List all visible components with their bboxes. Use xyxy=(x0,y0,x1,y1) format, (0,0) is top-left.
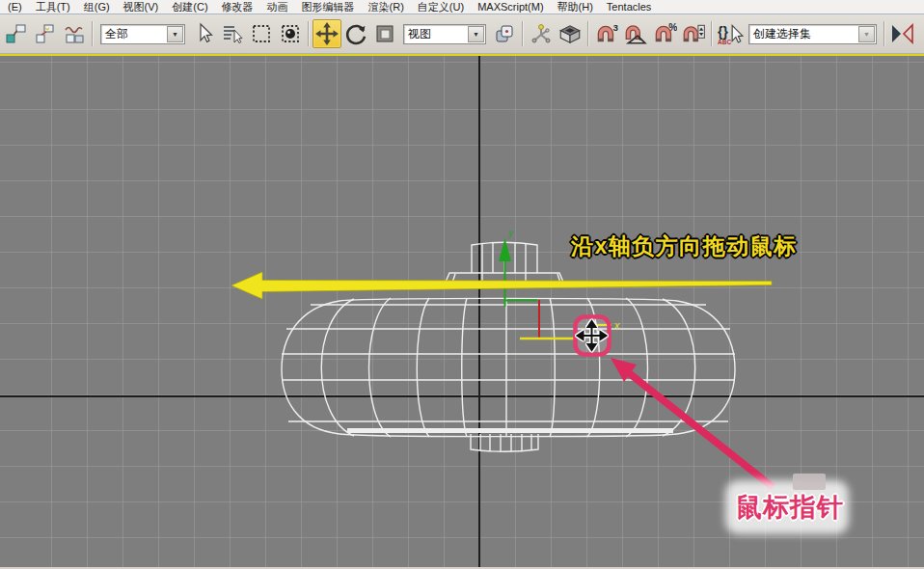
named-selection-sets-icon: {} ABC xyxy=(717,21,744,46)
menu-item-views[interactable]: 视图(V) xyxy=(117,0,166,14)
menu-item-group[interactable]: 组(G) xyxy=(77,0,117,14)
menu-item-modifiers[interactable]: 修改器 xyxy=(215,0,260,14)
named-selection-sets-button[interactable]: {} ABC xyxy=(716,19,745,48)
chevron-down-icon[interactable]: ▼ xyxy=(858,26,875,42)
selection-filter-value: 全部 xyxy=(101,26,167,42)
main-toolbar: 全部 ▼ xyxy=(0,14,924,54)
menu-item-help[interactable]: 帮助(H) xyxy=(551,0,600,14)
svg-text:3: 3 xyxy=(613,22,619,33)
select-by-name-icon xyxy=(221,22,244,45)
named-selection-value: 创建选择集 xyxy=(749,26,858,42)
angle-snap-button[interactable] xyxy=(621,19,650,48)
window-crossing-toggle[interactable] xyxy=(276,19,305,48)
select-and-link-button[interactable] xyxy=(2,19,31,48)
svg-text:ABC: ABC xyxy=(718,39,731,45)
unlink-icon xyxy=(34,22,57,45)
select-by-name-button[interactable] xyxy=(218,19,247,48)
toolbar-separator xyxy=(711,21,713,46)
percent-snap-button[interactable]: % xyxy=(650,19,679,48)
menu-item-animation[interactable]: 动画 xyxy=(260,0,295,14)
select-and-manipulate-button[interactable] xyxy=(527,19,556,48)
angle-snap-magnet-icon xyxy=(623,21,648,46)
select-and-scale-button[interactable] xyxy=(370,19,399,48)
toolbar-separator xyxy=(883,21,885,46)
rotate-icon xyxy=(343,21,368,46)
chevron-down-icon[interactable]: ▼ xyxy=(468,26,484,42)
menu-item-customize[interactable]: 自定义(U) xyxy=(411,0,471,14)
keyboard-override-toggle[interactable] xyxy=(556,19,584,48)
rectangular-region-icon xyxy=(250,22,273,45)
bind-to-spacewarp-icon xyxy=(63,22,86,45)
menu-bar: (E) 工具(T) 组(G) 视图(V) 创建(C) 修改器 动画 图形编辑器 … xyxy=(0,0,924,14)
menu-item-rendering[interactable]: 渲染(R) xyxy=(362,0,411,14)
mirror-button[interactable] xyxy=(888,19,917,48)
use-pivot-center-button[interactable] xyxy=(490,19,519,48)
menu-item-graph-editors[interactable]: 图形编辑器 xyxy=(295,0,362,14)
menu-item-create[interactable]: 创建(C) xyxy=(165,0,214,14)
select-and-rotate-button[interactable] xyxy=(341,19,370,48)
toolbar-separator xyxy=(92,21,94,46)
gizmo-x-label: x xyxy=(613,319,620,331)
select-and-link-icon xyxy=(5,22,28,45)
named-selection-dropdown[interactable]: 创建选择集 ▼ xyxy=(748,24,877,44)
gray-smudge xyxy=(793,474,826,490)
spinner-snap-magnet-icon xyxy=(681,21,706,46)
svg-text:%: % xyxy=(668,22,677,33)
pointer-annotation-arrow xyxy=(611,358,773,487)
drag-instruction-text: 沿x轴负方向拖动鼠标 xyxy=(571,231,798,261)
reference-coordinate-value: 视图 xyxy=(404,26,468,42)
pivot-center-icon xyxy=(493,22,516,45)
snap-3d-magnet-icon: 3 xyxy=(594,21,619,46)
chevron-down-icon[interactable]: ▼ xyxy=(167,26,183,42)
toolbar-separator xyxy=(308,21,310,46)
svg-text:{}: {} xyxy=(718,24,728,40)
manipulate-icon xyxy=(530,22,553,45)
spinner-snap-button[interactable] xyxy=(679,19,708,48)
select-object-button[interactable] xyxy=(189,19,218,48)
toolbar-separator xyxy=(522,21,524,46)
keyboard-box-icon xyxy=(557,21,583,46)
percent-snap-magnet-icon: % xyxy=(652,21,677,46)
menu-item-maxscript[interactable]: MAXScript(M) xyxy=(471,1,550,13)
bind-to-spacewarp-button[interactable] xyxy=(60,19,89,48)
selection-filter-dropdown[interactable]: 全部 ▼ xyxy=(100,24,185,44)
selection-region-button[interactable] xyxy=(247,19,276,48)
select-arrow-icon xyxy=(192,22,215,45)
unlink-selection-button[interactable] xyxy=(31,19,60,48)
cursor-label-text: 鼠标指针 xyxy=(736,490,844,525)
toolbar-separator xyxy=(587,21,589,46)
move-icon xyxy=(314,21,340,46)
mirror-icon xyxy=(891,22,914,45)
3dsmax-window: (E) 工具(T) 组(G) 视图(V) 创建(C) 修改器 动画 图形编辑器 … xyxy=(0,0,924,569)
menu-item-tentacles[interactable]: Tentacles xyxy=(600,1,658,13)
gizmo-y-label: y xyxy=(507,228,514,238)
menu-item-tools[interactable]: 工具(T) xyxy=(29,0,77,14)
drag-direction-arrow xyxy=(231,272,772,299)
window-crossing-icon xyxy=(279,22,302,45)
select-and-move-button[interactable] xyxy=(313,19,341,48)
wheel-wireframe[interactable] xyxy=(282,242,735,451)
snap-toggle-3d-button[interactable]: 3 xyxy=(592,19,621,48)
front-viewport[interactable]: y x xyxy=(0,54,924,567)
reference-coordinate-dropdown[interactable]: 视图 ▼ xyxy=(403,24,486,44)
scale-icon xyxy=(373,22,396,45)
menu-item-edit[interactable]: (E) xyxy=(1,1,29,13)
